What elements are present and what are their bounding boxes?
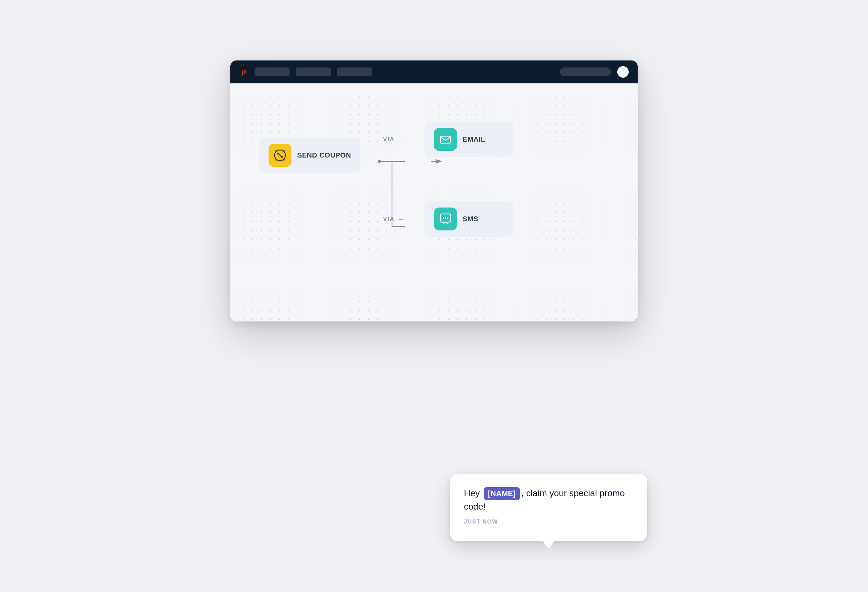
sms-icon-bg [434, 208, 457, 230]
svg-rect-10 [440, 136, 450, 143]
send-coupon-node[interactable]: SEND COUPON [259, 137, 360, 173]
svg-point-13 [445, 217, 446, 219]
svg-point-14 [447, 217, 448, 219]
via-sms-label: VIA → [383, 216, 405, 223]
svg-point-7 [283, 150, 285, 152]
coupon-icon [273, 148, 287, 162]
coupon-icon-bg [269, 144, 291, 167]
via-arrow-2: → [398, 216, 405, 223]
svg-point-4 [278, 153, 279, 155]
send-coupon-label: SEND COUPON [297, 151, 351, 159]
via-arrow-1: → [398, 136, 405, 143]
sms-message-text: Hey [NAME], claim your special promo cod… [464, 487, 633, 514]
sms-label: SMS [463, 215, 478, 223]
via-email-label: VIA → [383, 136, 405, 143]
via-text-1: VIA [383, 136, 394, 143]
svg-point-6 [275, 150, 276, 152]
svg-point-8 [275, 159, 276, 161]
user-avatar[interactable] [617, 66, 629, 78]
email-icon-bg [434, 128, 457, 151]
nav-pill-1[interactable] [255, 68, 289, 77]
sms-hey: Hey [464, 488, 480, 498]
browser-window: p [230, 61, 638, 322]
sms-node[interactable]: SMS [424, 201, 514, 237]
search-pill[interactable] [560, 68, 611, 77]
nav-pill-3[interactable] [337, 68, 372, 77]
via-text-2: VIA [383, 216, 394, 223]
browser-topbar: p [230, 61, 638, 83]
svg-point-12 [443, 217, 444, 219]
scene: p [211, 41, 657, 551]
sms-timestamp: JUST NOW [464, 518, 633, 525]
email-node[interactable]: EMAIL [424, 122, 514, 157]
svg-point-9 [283, 159, 285, 161]
email-icon [438, 132, 452, 146]
app-logo: p [239, 68, 248, 77]
sms-name-tag: [NAME] [484, 487, 520, 500]
nav-pill-2[interactable] [296, 68, 331, 77]
browser-content: SEND COUPON VIA → EMAIL VIA [230, 83, 638, 322]
sms-icon [438, 212, 452, 226]
sms-preview-bubble: Hey [NAME], claim your special promo cod… [450, 474, 647, 541]
svg-point-5 [281, 156, 283, 158]
email-label: EMAIL [463, 135, 485, 143]
